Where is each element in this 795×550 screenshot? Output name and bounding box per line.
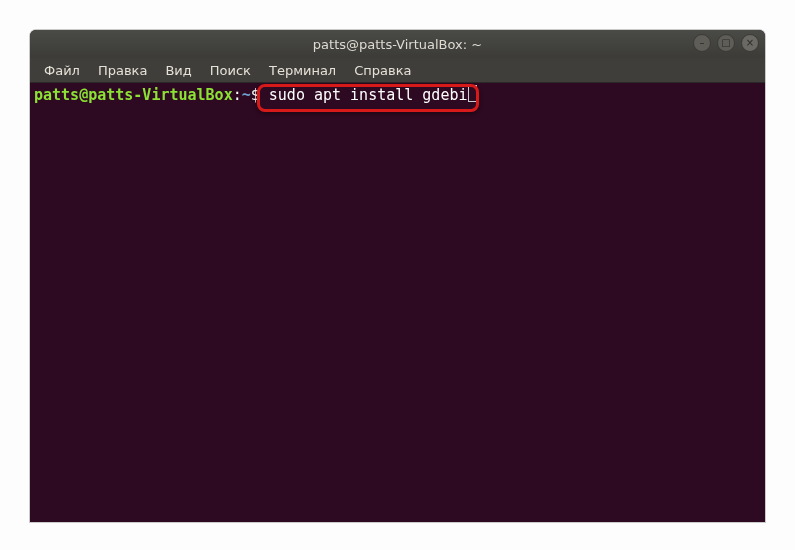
prompt-separator: :	[233, 86, 242, 104]
menu-search[interactable]: Поиск	[202, 61, 259, 80]
prompt-symbol: $	[251, 86, 260, 104]
menu-file[interactable]: Файл	[36, 61, 88, 80]
window-title: patts@patts-VirtualBox: ~	[313, 37, 482, 52]
close-button[interactable]: ×	[741, 34, 759, 52]
terminal-command	[260, 86, 269, 104]
menu-view[interactable]: Вид	[157, 61, 199, 80]
terminal-command-text: sudo apt install gdebi	[269, 86, 468, 104]
prompt-user-host: patts@patts-VirtualBox	[34, 86, 233, 104]
prompt-path: ~	[242, 86, 251, 104]
terminal-cursor	[468, 85, 477, 102]
menu-edit[interactable]: Правка	[90, 61, 155, 80]
window-controls: – □ ×	[693, 34, 759, 52]
minimize-button[interactable]: –	[693, 34, 711, 52]
maximize-button[interactable]: □	[717, 34, 735, 52]
menu-terminal[interactable]: Терминал	[261, 61, 344, 80]
terminal-window: patts@patts-VirtualBox: ~ – □ × Файл Пра…	[30, 30, 765, 522]
maximize-icon: □	[721, 38, 730, 48]
close-icon: ×	[746, 38, 754, 48]
minimize-icon: –	[700, 38, 705, 48]
menu-help[interactable]: Справка	[346, 61, 419, 80]
menubar: Файл Правка Вид Поиск Терминал Справка	[30, 58, 765, 83]
prompt-line: patts@patts-VirtualBox:~$ sudo apt insta…	[34, 86, 477, 104]
terminal-body[interactable]: patts@patts-VirtualBox:~$ sudo apt insta…	[30, 83, 765, 522]
titlebar: patts@patts-VirtualBox: ~ – □ ×	[30, 30, 765, 58]
